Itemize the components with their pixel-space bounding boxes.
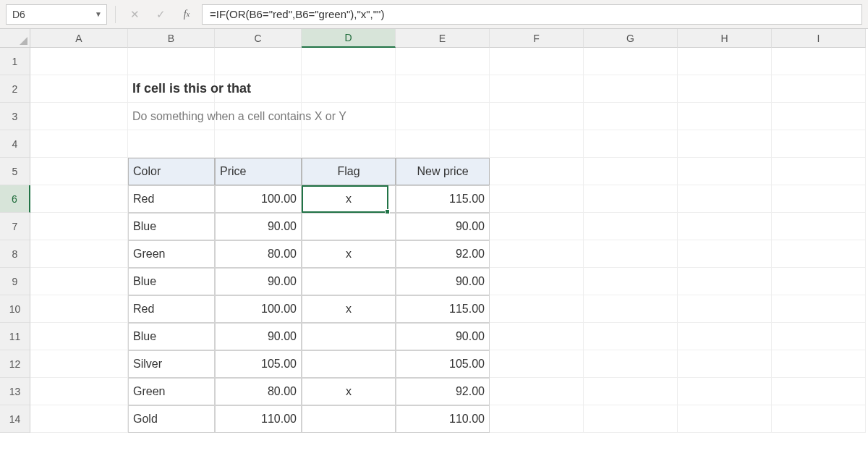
cell-d10[interactable]: x xyxy=(302,295,396,323)
cell-c12[interactable]: 105.00 xyxy=(215,350,302,378)
cell-h13[interactable] xyxy=(678,378,772,405)
cell-f8[interactable] xyxy=(490,240,584,268)
cell-b6[interactable]: Red xyxy=(128,185,215,213)
cell-g1[interactable] xyxy=(584,48,678,75)
cell-b9[interactable]: Blue xyxy=(128,268,215,295)
row-header-7[interactable]: 7 xyxy=(0,213,30,240)
cell-i13[interactable] xyxy=(772,378,866,405)
row-header-1[interactable]: 1 xyxy=(0,48,30,75)
cell-b12[interactable]: Silver xyxy=(128,350,215,378)
cell-e7[interactable]: 90.00 xyxy=(396,213,490,240)
cell-h10[interactable] xyxy=(678,295,772,323)
col-header-d[interactable]: D xyxy=(302,29,396,48)
cell-g5[interactable] xyxy=(584,158,678,185)
cell-e3[interactable] xyxy=(396,103,490,130)
cell-a11[interactable] xyxy=(30,323,128,350)
row-header-4[interactable]: 4 xyxy=(0,130,30,158)
cell-e12[interactable]: 105.00 xyxy=(396,350,490,378)
cell-a9[interactable] xyxy=(30,268,128,295)
name-box[interactable]: D6 ▼ xyxy=(6,4,107,25)
cell-e11[interactable]: 90.00 xyxy=(396,323,490,350)
cell-d4[interactable] xyxy=(302,130,396,158)
cell-f5[interactable] xyxy=(490,158,584,185)
cell-d9[interactable] xyxy=(302,268,396,295)
cell-f1[interactable] xyxy=(490,48,584,75)
cell-a8[interactable] xyxy=(30,240,128,268)
cell-c8[interactable]: 80.00 xyxy=(215,240,302,268)
cell-g13[interactable] xyxy=(584,378,678,405)
row-header-14[interactable]: 14 xyxy=(0,405,30,433)
cell-d1[interactable] xyxy=(302,48,396,75)
row-header-2[interactable]: 2 xyxy=(0,75,30,103)
spreadsheet-grid[interactable]: A B C D E F G H I 1 2 If cell is this or… xyxy=(0,29,868,433)
cell-d12[interactable] xyxy=(302,350,396,378)
cell-a2[interactable] xyxy=(30,75,128,103)
cell-h12[interactable] xyxy=(678,350,772,378)
cell-d2[interactable] xyxy=(302,75,396,103)
cancel-icon[interactable]: ✕ xyxy=(124,5,145,24)
cell-f9[interactable] xyxy=(490,268,584,295)
cell-e14[interactable]: 110.00 xyxy=(396,405,490,433)
cell-f2[interactable] xyxy=(490,75,584,103)
cell-d7[interactable] xyxy=(302,213,396,240)
cell-e6[interactable]: 115.00 xyxy=(396,185,490,213)
cell-a13[interactable] xyxy=(30,378,128,405)
table-header-newprice[interactable]: New price xyxy=(396,158,490,185)
cell-c10[interactable]: 100.00 xyxy=(215,295,302,323)
cell-g10[interactable] xyxy=(584,295,678,323)
cell-b1[interactable] xyxy=(128,48,215,75)
cell-i9[interactable] xyxy=(772,268,866,295)
cell-e8[interactable]: 92.00 xyxy=(396,240,490,268)
table-header-color[interactable]: Color xyxy=(128,158,215,185)
cell-d6[interactable]: x xyxy=(302,185,396,213)
cell-b4[interactable] xyxy=(128,130,215,158)
cell-b8[interactable]: Green xyxy=(128,240,215,268)
cell-c6[interactable]: 100.00 xyxy=(215,185,302,213)
cell-b7[interactable]: Blue xyxy=(128,213,215,240)
cell-a7[interactable] xyxy=(30,213,128,240)
col-header-b[interactable]: B xyxy=(128,29,215,48)
row-header-8[interactable]: 8 xyxy=(0,240,30,268)
cell-f13[interactable] xyxy=(490,378,584,405)
cell-i14[interactable] xyxy=(772,405,866,433)
select-all-corner[interactable] xyxy=(0,29,30,48)
col-header-i[interactable]: I xyxy=(772,29,866,48)
row-header-10[interactable]: 10 xyxy=(0,295,30,323)
cell-i5[interactable] xyxy=(772,158,866,185)
col-header-e[interactable]: E xyxy=(396,29,490,48)
cell-f6[interactable] xyxy=(490,185,584,213)
col-header-a[interactable]: A xyxy=(30,29,128,48)
cell-f11[interactable] xyxy=(490,323,584,350)
cell-i4[interactable] xyxy=(772,130,866,158)
cell-f12[interactable] xyxy=(490,350,584,378)
cell-b11[interactable]: Blue xyxy=(128,323,215,350)
cell-a14[interactable] xyxy=(30,405,128,433)
enter-icon[interactable]: ✓ xyxy=(150,5,171,24)
cell-c11[interactable]: 90.00 xyxy=(215,323,302,350)
cell-g9[interactable] xyxy=(584,268,678,295)
cell-g3[interactable] xyxy=(584,103,678,130)
cell-g11[interactable] xyxy=(584,323,678,350)
cell-i8[interactable] xyxy=(772,240,866,268)
cell-g2[interactable] xyxy=(584,75,678,103)
cell-i7[interactable] xyxy=(772,213,866,240)
cell-f14[interactable] xyxy=(490,405,584,433)
cell-c7[interactable]: 90.00 xyxy=(215,213,302,240)
col-header-h[interactable]: H xyxy=(678,29,772,48)
cell-h1[interactable] xyxy=(678,48,772,75)
cell-h6[interactable] xyxy=(678,185,772,213)
col-header-g[interactable]: G xyxy=(584,29,678,48)
cell-e10[interactable]: 115.00 xyxy=(396,295,490,323)
cell-g4[interactable] xyxy=(584,130,678,158)
fx-icon[interactable]: fx xyxy=(176,5,197,24)
cell-i6[interactable] xyxy=(772,185,866,213)
cell-d14[interactable] xyxy=(302,405,396,433)
cell-b13[interactable]: Green xyxy=(128,378,215,405)
cell-a5[interactable] xyxy=(30,158,128,185)
cell-g6[interactable] xyxy=(584,185,678,213)
cell-c14[interactable]: 110.00 xyxy=(215,405,302,433)
cell-g8[interactable] xyxy=(584,240,678,268)
cell-f3[interactable] xyxy=(490,103,584,130)
cell-c1[interactable] xyxy=(215,48,302,75)
row-header-6[interactable]: 6 xyxy=(0,185,30,213)
